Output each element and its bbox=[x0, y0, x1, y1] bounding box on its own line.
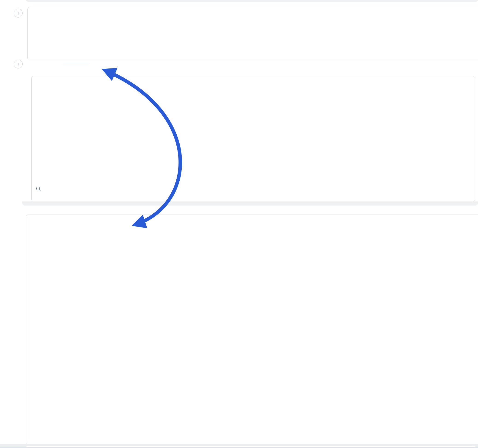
python-code-editor[interactable] bbox=[26, 215, 478, 286]
table-header bbox=[31, 76, 475, 124]
output-variable-pill[interactable] bbox=[62, 63, 89, 63]
search-icon[interactable] bbox=[36, 186, 41, 192]
dataframe-table-card bbox=[31, 76, 475, 202]
sql-cell-card bbox=[27, 7, 478, 60]
cell1-bottom-edge bbox=[22, 201, 478, 205]
notebook-page: + + bbox=[0, 0, 478, 448]
add-cell-button-output[interactable]: + bbox=[14, 60, 23, 68]
table-body[interactable] bbox=[31, 124, 475, 181]
sql-code-editor[interactable] bbox=[28, 7, 478, 60]
table-footer bbox=[31, 181, 475, 201]
add-cell-button-top[interactable]: + bbox=[14, 9, 23, 18]
altair-chart bbox=[0, 283, 478, 440]
previous-cell-edge bbox=[26, 0, 478, 2]
